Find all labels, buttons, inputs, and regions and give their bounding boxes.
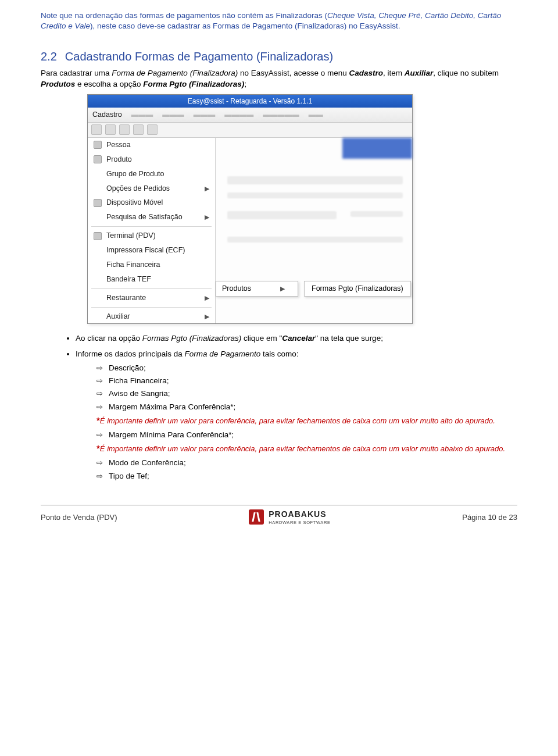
dropdown-item[interactable]: Opções de Pedidos▶ [88,181,215,196]
dropdown-item[interactable]: Grupo de Produto [88,167,215,181]
toolbar-icon[interactable] [147,124,158,135]
warning-text: É importante definir um valor para confe… [100,444,505,453]
dropdown-item-label: Restaurante [106,293,146,303]
sub-item: Margem Mínima Para Conferência*; [96,430,517,440]
dropdown-item[interactable]: Produto [88,152,215,167]
dropdown-item[interactable]: Pessoa [88,138,215,152]
sub-item: Descrição; [96,363,517,373]
app-screenshot: Easy@ssist - Retaguarda - Versão 1.1.1 C… [87,94,413,324]
dropdown-item-label: Terminal (PDV) [106,231,156,241]
dropdown-item-label: Impressora Fiscal (ECF) [106,245,185,255]
warning-text: É importante definir um valor para confe… [100,416,495,425]
blur-line [227,192,403,198]
toolbar-icon[interactable] [119,124,130,135]
toolbar-icon[interactable] [133,124,144,135]
t: e escolha a opção [75,80,143,88]
t: no EasyAssist, acesse o menu [238,69,349,77]
footer-right: Página 10 de 23 [462,512,517,523]
t: Para cadastrar uma [41,69,112,77]
menu-item-icon [94,199,102,207]
intro-suffix: ), neste caso deve-se cadastrar as Forma… [90,22,400,30]
t: Formas Pgto (Finalizadoras) [142,334,241,343]
dropdown-item[interactable]: Restaurante▶ [88,291,215,305]
t: ; [244,80,246,88]
dropdown-item-label: Dispositivo Móvel [106,198,163,208]
menu-item-dim[interactable]: ▬▬▬▬▬ [263,110,299,120]
t: Cadastro [349,69,384,77]
sub-list: Margem Mínima Para Conferência*; [96,430,517,440]
footer-left: Ponto de Venda (PDV) [41,512,117,523]
dropdown-item-label: Opções de Pedidos [106,184,170,194]
dropdown-item-label: Pessoa [106,140,131,150]
blur-line [227,237,403,243]
t: Produtos [41,80,75,88]
toolbar-icon[interactable] [105,124,116,135]
cadastro-dropdown: PessoaProdutoGrupo de ProdutoOpções de P… [88,138,216,324]
submenu-formas-pgto[interactable]: Formas Pgto (Finalizadoras) [304,281,411,297]
menu-separator [91,288,212,289]
sub-item: Tipo de Tef; [96,471,517,482]
sub-item: Ficha Financeira; [96,376,517,386]
menu-item-icon [94,184,102,192]
intro-note: Note que na ordenação das formas de paga… [41,10,517,31]
dropdown-item-label: Grupo de Produto [106,169,164,179]
chevron-right-icon: ▶ [280,284,285,293]
dropdown-item-label: Produto [106,155,132,165]
menu-item-icon [94,232,102,240]
sub-list: Modo de Conferência; Tipo de Tef; [96,458,517,481]
menu-item-dim[interactable]: ▬▬▬ [162,110,184,120]
toolbar-icon[interactable] [91,124,102,135]
t: tais como: [260,350,298,358]
toolbar [88,123,412,138]
dropdown-item[interactable]: Auxiliar▶ [88,309,215,324]
dropdown-item-label: Ficha Financeira [106,260,160,270]
blue-band [342,138,412,159]
t: Cancelar [282,334,315,343]
menubar: Cadastro ▬▬▬ ▬▬▬ ▬▬▬ ▬▬▬▬ ▬▬▬▬▬ ▬▬ [88,108,412,123]
dropdown-item[interactable]: Dispositivo Móvel [88,195,215,210]
menu-item-dim[interactable]: ▬▬▬▬ [224,110,253,120]
logo-icon [249,509,264,525]
t: " na tela que surge; [315,334,383,343]
blur-line [350,211,403,217]
menu-item-icon [94,312,102,320]
menu-item-icon [94,261,102,269]
dropdown-item[interactable]: Bandeira TEF [88,272,215,287]
chevron-right-icon: ▶ [205,213,209,222]
logo-text: PROABAKUS HARDWARE E SOFTWARE [269,509,330,526]
menu-item-dim[interactable]: ▬▬▬ [131,110,153,120]
menu-item-icon [94,247,102,255]
dropdown-item[interactable]: Impressora Fiscal (ECF) [88,243,215,258]
submenu-produtos-label: Produtos [222,284,251,294]
dropdown-item-label: Auxiliar [106,312,130,322]
dropdown-item-label: Pesquisa de Satisfação [106,212,183,222]
sub-list: Descrição; Ficha Financeira; Aviso de Sa… [96,363,517,412]
dropdown-item[interactable]: Terminal (PDV) [88,229,215,243]
submenu-produtos[interactable]: Produtos ▶ [216,281,298,297]
t: clique em " [241,334,282,343]
menu-item-dim[interactable]: ▬▬ [309,110,323,120]
menu-item-icon [94,294,102,302]
list-item: Ao clicar na opção Formas Pgto (Finaliza… [76,333,517,344]
t: Auxiliar [405,69,434,77]
list-item: Informe os dados principais da Forma de … [76,349,517,482]
brand-logo: PROABAKUS HARDWARE E SOFTWARE [249,509,330,526]
brand-tagline: HARDWARE E SOFTWARE [269,520,330,526]
chevron-right-icon: ▶ [205,294,209,302]
menu-item-icon [94,170,102,178]
instruction-list: Ao clicar na opção Formas Pgto (Finaliza… [76,333,517,481]
t: Forma de Pagamento (Finalizadora) [112,69,238,77]
blur-line [227,211,337,219]
blur-line [227,176,403,184]
chevron-right-icon: ▶ [205,312,209,321]
t: Ao clicar na opção [76,334,142,343]
menu-item-dim[interactable]: ▬▬▬ [194,110,216,120]
intro-prefix: Note que na ordenação das formas de paga… [41,11,327,20]
sub-item: Aviso de Sangria; [96,388,517,399]
dropdown-item[interactable]: Ficha Financeira [88,258,215,272]
section-body: Para cadastrar uma Forma de Pagamento (F… [41,68,517,89]
menu-cadastro[interactable]: Cadastro [92,110,122,120]
brand-name: PROABAKUS [269,509,330,520]
dropdown-item[interactable]: Pesquisa de Satisfação▶ [88,210,215,224]
warning-note: *É importante definir um valor para conf… [96,415,517,426]
